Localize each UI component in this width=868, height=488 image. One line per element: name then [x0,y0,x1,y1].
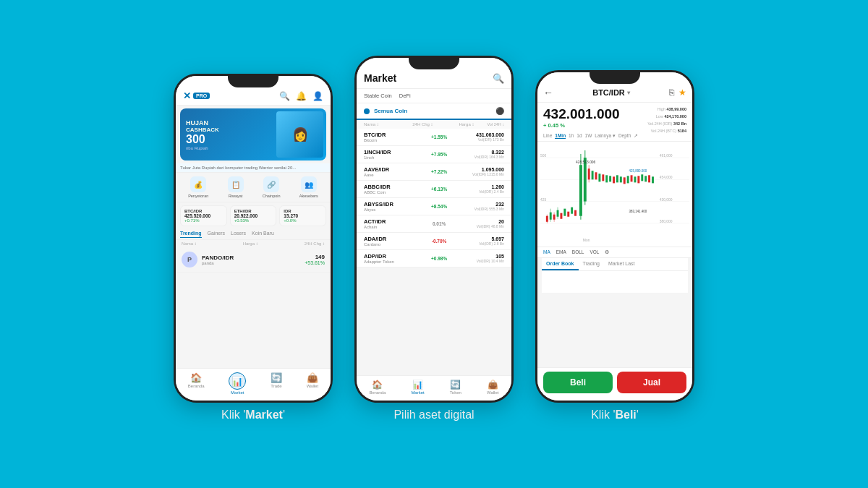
col-nama-h: Nama ↕ [364,122,409,127]
tab-1h[interactable]: 1h [569,133,574,139]
indicator-ema[interactable]: EMA [556,249,566,255]
jual-button[interactable]: Jual [617,372,686,393]
back-button[interactable]: ← [543,87,553,98]
search-icon[interactable]: 🔍 [279,91,290,101]
p2-bnav-token[interactable]: 🔄 Token [450,380,461,395]
p3-stats: High 438,99.000 Low 424,170.000 Vol.24H … [647,106,686,135]
aave-row[interactable]: AAVE/IDR Aave +7.22% 1.095.000 Vol(IDR) … [357,163,511,181]
abbc-name: ABBC Coin [364,190,425,194]
svg-rect-46 [648,175,650,182]
phone3-caption: Klik 'Beli' [591,408,639,421]
market-icon: 📊 [229,372,246,390]
phone2-filters: Stable Coin DeFi [357,89,511,103]
profile-icon[interactable]: 👤 [312,91,323,101]
svg-rect-36 [613,176,615,183]
svg-rect-38 [620,176,622,182]
btc-value: 425.520.000 [184,213,223,218]
act-name: Achain [364,225,425,229]
act-row[interactable]: ACT/IDR Achain 0.01% 20 Vol(IDR) 48.8 Mn [357,215,511,233]
svg-text:454,000: 454,000 [660,176,673,179]
svg-rect-41 [631,175,633,181]
tab-line[interactable]: Line [543,133,552,139]
svg-rect-18 [560,213,562,219]
tab-losers[interactable]: Losers [231,231,246,238]
bnav-wallet[interactable]: 👜 Wallet [307,372,318,395]
tab-1d[interactable]: 1d [576,133,582,139]
p2-wallet-icon: 👜 [488,380,498,390]
indicator-settings[interactable]: ⚙ [605,249,609,255]
ada-info: ADA/IDR Cardano [364,236,425,247]
banner-text: HUJAN CASHBACK 300 ribu Rupiah [180,115,225,155]
p3-pair[interactable]: BTC/IDR ▾ [592,88,630,97]
ada-vol: Vol(IDR) 2.8 Bn [453,241,504,246]
tab-koin-baru[interactable]: Koin Baru [252,231,274,238]
indicator-boll[interactable]: BOLL [572,249,584,255]
semua-coin-row[interactable]: Semua Coin ⚫ [357,103,511,120]
ada-val: 5.697 [453,236,504,241]
1inch-row[interactable]: 1INCH/IDR 1inch +7.95% 8.322 Vol(IDR) 16… [357,146,511,163]
tab-gainers[interactable]: Gainers [208,231,226,238]
beli-button[interactable]: Beli [543,372,613,393]
act-val: 20 [453,219,504,224]
p2-bnav-market[interactable]: 📊 Market [411,380,424,395]
bnav-market[interactable]: 📊 Market [229,372,246,395]
svg-text:428,513.006: 428,513.006 [576,160,595,164]
abyss-price: 232 Vol(IDR) 555.3 Mn [453,202,504,211]
ada-row[interactable]: ADA/IDR Cardano -0.70% 5.697 Vol(IDR) 2.… [357,233,511,250]
tab-1w[interactable]: 1W [585,133,592,139]
svg-rect-30 [592,171,594,179]
trade-icon: 🔄 [271,372,282,383]
tab-lainnya[interactable]: Lainnya ▾ [595,133,616,139]
indicator-vol[interactable]: VOL [590,249,599,255]
notification-icon[interactable]: 🔔 [296,91,307,101]
p2-bnav-beranda[interactable]: 🏠 Beranda [370,380,386,395]
eth-price-box[interactable]: ETH/IDR 20.922.000 +0.53% [230,205,277,226]
bnav-beranda[interactable]: 🏠 Beranda [188,372,205,395]
p2-market-icon: 📊 [412,380,423,390]
other-price-box[interactable]: IDR 15.270 +0.0% [279,205,326,226]
aave-info: AAVE/IDR Aave [364,166,425,177]
beranda-label: Beranda [188,384,205,388]
abyss-chg: +8.54% [425,204,453,209]
coin-list: BTC/IDR Bitcoin +1.55% 431.063.000 Vol(I… [357,129,511,356]
tab-trading[interactable]: Trading [579,258,604,270]
filter-stable[interactable]: Stable Coin [364,93,392,99]
phone2: Market 🔍 Stable Coin DeFi Semua Coin ⚫ N… [354,56,514,403]
p2-bnav-wallet[interactable]: 👜 Wallet [487,380,498,395]
adp-info: ADP/IDR Adappter Token [364,253,425,264]
stat-high: High 438,99.000 [647,106,686,114]
abbc-price: 1.260 Vol(IDR) 2.4 Bn [453,184,504,194]
btc-row[interactable]: BTC/IDR Bitcoin +1.55% 431.063.000 Vol(I… [357,129,511,146]
tab-market-last[interactable]: Market Last [604,258,639,270]
tab-expand[interactable]: ↗ [634,133,638,139]
bnav-trade[interactable]: 🔄 Trade [271,372,282,395]
adp-row[interactable]: ADP/IDR Adappter Token +0.98% 105 Vol(ID… [357,250,511,267]
aksebers-label: Akesebers [299,194,318,198]
tab-depth[interactable]: Depth [618,133,631,139]
tab-trending[interactable]: Trending [180,231,202,238]
tab-1min[interactable]: 1Min [555,133,566,139]
svg-rect-40 [627,176,629,183]
phone1-section: ✕ PRO 🔍 🔔 👤 HUJAN CASHBACK 300 [174,74,333,421]
svg-rect-31 [595,172,597,179]
btc-price-box[interactable]: BTC/IDR 425.520.000 +0.71% [180,205,227,226]
pando-coin-row[interactable]: P PANDO/IDR panda 149 +53.61% [176,247,331,273]
share-icon[interactable]: ⎘ [669,87,674,98]
col-harga-h: Harga ↕ [436,122,474,127]
p3-header-actions: ⎘ ★ [669,87,686,98]
abyss-row[interactable]: ABYSS/IDR Abyss +8.54% 232 Vol(IDR) 555.… [357,198,511,215]
nav-aksebers[interactable]: 👥 Akesebers [299,176,318,198]
p2-search-icon[interactable]: 🔍 [493,73,504,84]
aave-pair: AAVE/IDR [364,166,425,173]
nav-chainpoin[interactable]: 🔗 Chainpoin [263,176,281,198]
phone1-table-header: Nama ↕ Harga ↕ 24H Chg ↕ [176,240,331,247]
nav-riwayat[interactable]: 📋 Riwayat [228,176,244,198]
nav-penyetoran[interactable]: 💰 Penyetoran [188,176,208,198]
tab-order-book[interactable]: Order Book [542,258,579,270]
penyetoran-label: Penyetoran [188,194,208,198]
svg-text:383,141.400: 383,141.400 [629,210,647,213]
abbc-row[interactable]: ABBC/IDR ABBC Coin +6.13% 1.260 Vol(IDR)… [357,181,511,198]
filter-defi[interactable]: DeFi [399,93,411,99]
indicator-ma[interactable]: MA [543,249,550,255]
star-icon[interactable]: ★ [678,87,686,98]
